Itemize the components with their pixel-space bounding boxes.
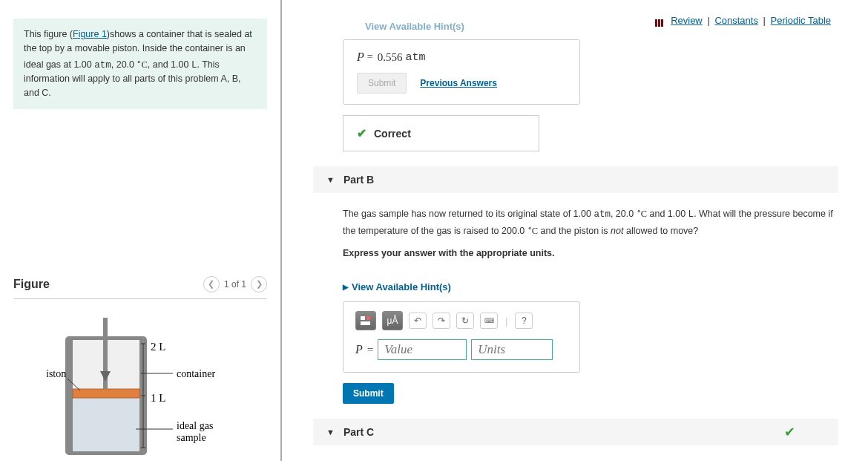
svg-rect-14 (366, 316, 370, 320)
label-2l: 2 L (151, 341, 165, 353)
caret-down-icon: ▼ (326, 428, 335, 437)
part-b-question: The gas sample has now returned to its o… (313, 205, 838, 274)
units-input[interactable] (471, 339, 553, 360)
redo-button[interactable]: ↷ (433, 313, 450, 329)
correct-feedback: ✔ Correct (343, 115, 539, 151)
figure-image: 2 L 1 L container ideal gas sample pisto… (13, 318, 267, 461)
units-button[interactable]: μÅ (382, 311, 403, 330)
figure-next-button[interactable]: ❯ (251, 276, 267, 292)
part-b-answer-box: μÅ ↶ ↷ ↻ ⌨ | ? P = (343, 301, 580, 373)
view-hints-link[interactable]: ▶ View Available Hint(s) (343, 281, 838, 292)
check-icon: ✔ (784, 424, 795, 440)
part-a-answer-box: P = 0.556 atm Submit Previous Answers (343, 39, 580, 105)
value-input[interactable] (378, 339, 467, 360)
part-a-submit-button: Submit (357, 73, 407, 94)
figure-nav: ❮ 1 of 1 ❯ (203, 276, 267, 292)
caret-down-icon: ▼ (326, 175, 335, 184)
figure-title: Figure (13, 278, 50, 291)
svg-rect-15 (361, 321, 370, 325)
part-a-var: P (357, 50, 364, 64)
part-a-unit: atm (405, 51, 425, 64)
help-button[interactable]: ? (515, 313, 533, 329)
part-a-value: 0.556 (378, 51, 403, 64)
check-icon: ✔ (357, 126, 366, 140)
label-piston: piston (47, 368, 66, 379)
keyboard-button[interactable]: ⌨ (480, 313, 498, 329)
label-gas: ideal gas (177, 420, 213, 431)
label-container: container (177, 368, 215, 379)
hints-partial-text: View Available Hint(s) (365, 21, 838, 32)
answer-toolbar: μÅ ↶ ↷ ↻ ⌨ | ? (355, 311, 568, 330)
templates-button[interactable] (355, 311, 376, 330)
svg-rect-3 (73, 389, 139, 398)
problem-intro: This figure (Figure 1)shows a container … (13, 19, 267, 109)
caret-right-icon: ▶ (343, 283, 349, 291)
svg-rect-13 (361, 316, 365, 320)
part-b-header[interactable]: ▼ Part B (313, 166, 838, 193)
part-c-header[interactable]: ▼ Part C ✔ (313, 419, 838, 445)
part-c-question: The gas described in parts A and B has a… (313, 457, 838, 461)
figure-1-link[interactable]: Figure 1 (73, 29, 107, 39)
figure-counter: 1 of 1 (224, 279, 246, 290)
undo-button[interactable]: ↶ (409, 313, 427, 329)
label-1l: 1 L (151, 392, 165, 404)
reset-button[interactable]: ↻ (456, 313, 474, 329)
part-b-submit-button[interactable]: Submit (343, 383, 394, 404)
figure-prev-button[interactable]: ❮ (203, 276, 220, 292)
svg-text:sample: sample (177, 432, 206, 443)
previous-answers-link[interactable]: Previous Answers (420, 78, 497, 88)
figure-header: Figure ❮ 1 of 1 ❯ (13, 276, 267, 298)
left-panel: This figure (Figure 1)shows a container … (0, 0, 282, 461)
right-panel: View Available Hint(s) P = 0.556 atm Sub… (283, 0, 868, 461)
svg-rect-2 (73, 398, 139, 451)
